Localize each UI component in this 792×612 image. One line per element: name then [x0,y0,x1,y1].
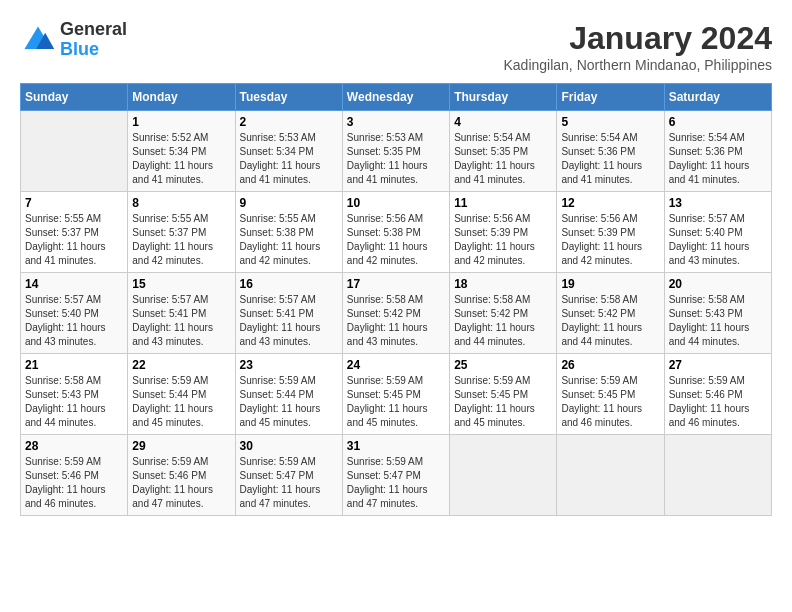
day-number: 26 [561,358,659,372]
day-number: 17 [347,277,445,291]
calendar-cell: 28Sunrise: 5:59 AM Sunset: 5:46 PM Dayli… [21,435,128,516]
day-number: 3 [347,115,445,129]
calendar-cell: 23Sunrise: 5:59 AM Sunset: 5:44 PM Dayli… [235,354,342,435]
calendar-cell: 11Sunrise: 5:56 AM Sunset: 5:39 PM Dayli… [450,192,557,273]
day-info: Sunrise: 5:55 AM Sunset: 5:37 PM Dayligh… [132,212,230,268]
day-info: Sunrise: 5:56 AM Sunset: 5:39 PM Dayligh… [454,212,552,268]
calendar-cell: 14Sunrise: 5:57 AM Sunset: 5:40 PM Dayli… [21,273,128,354]
calendar-cell: 3Sunrise: 5:53 AM Sunset: 5:35 PM Daylig… [342,111,449,192]
day-number: 24 [347,358,445,372]
day-number: 7 [25,196,123,210]
day-info: Sunrise: 5:59 AM Sunset: 5:45 PM Dayligh… [561,374,659,430]
day-info: Sunrise: 5:59 AM Sunset: 5:44 PM Dayligh… [132,374,230,430]
day-number: 10 [347,196,445,210]
day-info: Sunrise: 5:55 AM Sunset: 5:38 PM Dayligh… [240,212,338,268]
calendar-week-2: 7Sunrise: 5:55 AM Sunset: 5:37 PM Daylig… [21,192,772,273]
calendar-cell [664,435,771,516]
calendar-cell [450,435,557,516]
calendar-cell: 26Sunrise: 5:59 AM Sunset: 5:45 PM Dayli… [557,354,664,435]
weekday-header-wednesday: Wednesday [342,84,449,111]
day-number: 1 [132,115,230,129]
weekday-header-saturday: Saturday [664,84,771,111]
location-title: Kadingilan, Northern Mindanao, Philippin… [503,57,772,73]
day-number: 5 [561,115,659,129]
day-number: 21 [25,358,123,372]
calendar-week-4: 21Sunrise: 5:58 AM Sunset: 5:43 PM Dayli… [21,354,772,435]
calendar-cell: 5Sunrise: 5:54 AM Sunset: 5:36 PM Daylig… [557,111,664,192]
day-number: 23 [240,358,338,372]
day-info: Sunrise: 5:53 AM Sunset: 5:35 PM Dayligh… [347,131,445,187]
day-number: 8 [132,196,230,210]
calendar-cell: 24Sunrise: 5:59 AM Sunset: 5:45 PM Dayli… [342,354,449,435]
calendar-cell: 27Sunrise: 5:59 AM Sunset: 5:46 PM Dayli… [664,354,771,435]
calendar-cell: 1Sunrise: 5:52 AM Sunset: 5:34 PM Daylig… [128,111,235,192]
day-number: 9 [240,196,338,210]
day-number: 4 [454,115,552,129]
day-info: Sunrise: 5:58 AM Sunset: 5:43 PM Dayligh… [25,374,123,430]
day-info: Sunrise: 5:59 AM Sunset: 5:45 PM Dayligh… [454,374,552,430]
day-info: Sunrise: 5:59 AM Sunset: 5:45 PM Dayligh… [347,374,445,430]
weekday-header-monday: Monday [128,84,235,111]
calendar-cell: 19Sunrise: 5:58 AM Sunset: 5:42 PM Dayli… [557,273,664,354]
weekday-header-thursday: Thursday [450,84,557,111]
day-number: 13 [669,196,767,210]
calendar-cell: 29Sunrise: 5:59 AM Sunset: 5:46 PM Dayli… [128,435,235,516]
calendar-week-1: 1Sunrise: 5:52 AM Sunset: 5:34 PM Daylig… [21,111,772,192]
calendar-week-5: 28Sunrise: 5:59 AM Sunset: 5:46 PM Dayli… [21,435,772,516]
calendar-week-3: 14Sunrise: 5:57 AM Sunset: 5:40 PM Dayli… [21,273,772,354]
logo: General Blue [20,20,127,60]
day-number: 25 [454,358,552,372]
calendar-cell: 4Sunrise: 5:54 AM Sunset: 5:35 PM Daylig… [450,111,557,192]
day-info: Sunrise: 5:58 AM Sunset: 5:42 PM Dayligh… [561,293,659,349]
calendar-cell: 22Sunrise: 5:59 AM Sunset: 5:44 PM Dayli… [128,354,235,435]
day-info: Sunrise: 5:59 AM Sunset: 5:46 PM Dayligh… [669,374,767,430]
day-info: Sunrise: 5:59 AM Sunset: 5:46 PM Dayligh… [25,455,123,511]
calendar-body: 1Sunrise: 5:52 AM Sunset: 5:34 PM Daylig… [21,111,772,516]
day-info: Sunrise: 5:56 AM Sunset: 5:39 PM Dayligh… [561,212,659,268]
day-info: Sunrise: 5:59 AM Sunset: 5:47 PM Dayligh… [347,455,445,511]
day-number: 19 [561,277,659,291]
day-number: 11 [454,196,552,210]
day-number: 12 [561,196,659,210]
weekday-header-friday: Friday [557,84,664,111]
calendar-cell: 12Sunrise: 5:56 AM Sunset: 5:39 PM Dayli… [557,192,664,273]
calendar-cell: 17Sunrise: 5:58 AM Sunset: 5:42 PM Dayli… [342,273,449,354]
calendar-cell [21,111,128,192]
calendar-cell: 9Sunrise: 5:55 AM Sunset: 5:38 PM Daylig… [235,192,342,273]
day-info: Sunrise: 5:57 AM Sunset: 5:41 PM Dayligh… [240,293,338,349]
day-info: Sunrise: 5:57 AM Sunset: 5:40 PM Dayligh… [25,293,123,349]
day-info: Sunrise: 5:57 AM Sunset: 5:41 PM Dayligh… [132,293,230,349]
day-info: Sunrise: 5:52 AM Sunset: 5:34 PM Dayligh… [132,131,230,187]
logo-text: General Blue [60,20,127,60]
day-info: Sunrise: 5:59 AM Sunset: 5:44 PM Dayligh… [240,374,338,430]
calendar-cell: 25Sunrise: 5:59 AM Sunset: 5:45 PM Dayli… [450,354,557,435]
day-info: Sunrise: 5:54 AM Sunset: 5:36 PM Dayligh… [669,131,767,187]
calendar-table: SundayMondayTuesdayWednesdayThursdayFrid… [20,83,772,516]
weekday-header-sunday: Sunday [21,84,128,111]
day-number: 22 [132,358,230,372]
day-number: 29 [132,439,230,453]
calendar-cell: 30Sunrise: 5:59 AM Sunset: 5:47 PM Dayli… [235,435,342,516]
calendar-cell: 13Sunrise: 5:57 AM Sunset: 5:40 PM Dayli… [664,192,771,273]
page-header: General Blue January 2024 Kadingilan, No… [20,20,772,73]
day-number: 16 [240,277,338,291]
calendar-cell: 6Sunrise: 5:54 AM Sunset: 5:36 PM Daylig… [664,111,771,192]
day-info: Sunrise: 5:56 AM Sunset: 5:38 PM Dayligh… [347,212,445,268]
day-info: Sunrise: 5:58 AM Sunset: 5:43 PM Dayligh… [669,293,767,349]
day-number: 31 [347,439,445,453]
logo-icon [20,22,56,58]
day-number: 6 [669,115,767,129]
calendar-cell: 8Sunrise: 5:55 AM Sunset: 5:37 PM Daylig… [128,192,235,273]
day-number: 28 [25,439,123,453]
calendar-cell: 2Sunrise: 5:53 AM Sunset: 5:34 PM Daylig… [235,111,342,192]
month-title: January 2024 [503,20,772,57]
weekday-header-row: SundayMondayTuesdayWednesdayThursdayFrid… [21,84,772,111]
day-info: Sunrise: 5:57 AM Sunset: 5:40 PM Dayligh… [669,212,767,268]
title-block: January 2024 Kadingilan, Northern Mindan… [503,20,772,73]
calendar-cell: 18Sunrise: 5:58 AM Sunset: 5:42 PM Dayli… [450,273,557,354]
calendar-cell: 7Sunrise: 5:55 AM Sunset: 5:37 PM Daylig… [21,192,128,273]
day-number: 27 [669,358,767,372]
calendar-cell: 15Sunrise: 5:57 AM Sunset: 5:41 PM Dayli… [128,273,235,354]
day-number: 18 [454,277,552,291]
calendar-cell: 10Sunrise: 5:56 AM Sunset: 5:38 PM Dayli… [342,192,449,273]
